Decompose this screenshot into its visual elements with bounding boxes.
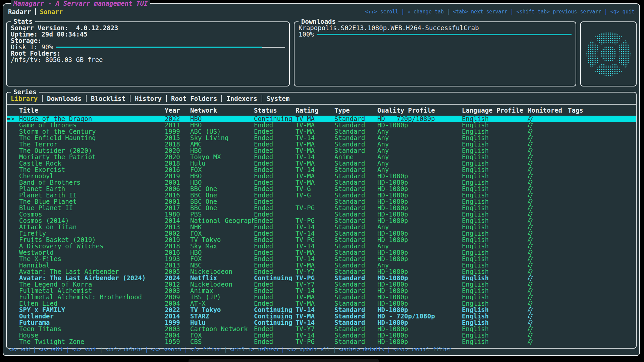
- table-row[interactable]: Fullmetal Alchemist2003AnimaxEndedTV-14S…: [7, 288, 636, 294]
- cell-title: Fruits Basket (2019): [19, 237, 165, 243]
- cell-rating: TV-14: [296, 256, 334, 262]
- cell-quality-profile: Any: [377, 167, 462, 173]
- cell-language-profile: English: [462, 116, 528, 122]
- cell-tags: [568, 275, 636, 281]
- table-row[interactable]: A Discovery of Witches2018Sky MaxEndedTV…: [7, 243, 636, 249]
- series-tab-root-folders[interactable]: Root Folders: [171, 95, 217, 102]
- header-quality-profile[interactable]: Quality Profile: [377, 107, 462, 114]
- cell-prefix: [7, 135, 19, 141]
- cell-rating: TV-PG: [296, 205, 334, 211]
- header-language-profile[interactable]: Language Profile: [462, 107, 528, 114]
- header-type[interactable]: Type: [334, 107, 377, 114]
- table-row[interactable]: Cosmos (2014)2014National GeographicEnde…: [7, 218, 636, 224]
- table-row[interactable]: Hannibal2013NBCEndedTV-MAStandardAnyEngl…: [7, 262, 636, 268]
- table-row[interactable]: Band of Brothers2001HBOEndedTV-MAStandar…: [7, 179, 636, 186]
- cell-status: Continuing: [254, 319, 296, 326]
- bookmark-icon: [528, 160, 534, 167]
- cell-monitored: [528, 141, 568, 147]
- series-tab-blocklist[interactable]: Blocklist: [91, 95, 125, 102]
- table-row[interactable]: Chernobyl2019HBOEndedTV-MAStandardHD-108…: [7, 173, 636, 179]
- cell-quality-profile: HD - 720p/1080p: [377, 116, 462, 122]
- table-row[interactable]: Storm of the Century1999ABC (US)EndedTV-…: [7, 128, 636, 135]
- cell-network: CBS: [190, 339, 254, 345]
- series-tab-indexers[interactable]: Indexers: [226, 95, 257, 102]
- cell-year: 2001: [165, 179, 190, 186]
- header-rating[interactable]: Rating: [296, 107, 334, 114]
- series-tab-library[interactable]: Library: [11, 95, 38, 102]
- cell-monitored: [528, 237, 568, 243]
- table-row[interactable]: Westworld2016HBOEndedTV-MAStandardHD-108…: [7, 249, 636, 256]
- table-row[interactable]: Game of Thrones2011HBOEndedTV-MAStandard…: [7, 122, 636, 128]
- cell-language-profile: English: [462, 332, 528, 339]
- header-status[interactable]: Status: [254, 107, 296, 114]
- cell-status: Ended: [254, 122, 296, 128]
- cell-monitored: [528, 192, 568, 198]
- table-row[interactable]: Avatar: The Last Airbender (2024)2024Net…: [7, 275, 636, 281]
- cell-language-profile: English: [462, 237, 528, 243]
- header-monitored[interactable]: Monitored: [528, 107, 568, 114]
- table-row[interactable]: The Exorcist2016FOXEndedTV-14StandardAny…: [7, 167, 636, 173]
- cell-network: Tokyo MX: [190, 154, 254, 160]
- table-row[interactable]: Planet Earth II2016BBC OneEndedTV-GStand…: [7, 192, 636, 198]
- cell-type: Standard: [334, 224, 377, 230]
- table-row[interactable]: Fruits Basket (2019)2019TV TokyoEndedTV-…: [7, 237, 636, 243]
- table-row[interactable]: =>House of the Dragon2022HBOContinuingTV…: [7, 116, 636, 122]
- table-row[interactable]: Moriarty the Patriot2020Tokyo MXEndedTV-…: [7, 154, 636, 160]
- table-row[interactable]: Elfen Lied2004AT-XEndedTV-MAStandardHD-1…: [7, 300, 636, 307]
- cell-type: Standard: [334, 300, 377, 307]
- bookmark-icon: [528, 192, 534, 198]
- table-row[interactable]: The Terror2018AMCEndedTV-MAStandardAnyEn…: [7, 141, 636, 147]
- cell-year: 2018: [165, 141, 190, 147]
- table-row[interactable]: Futurama1999HuluContinuingTV-14StandardH…: [7, 319, 636, 326]
- cell-status: Ended: [254, 256, 296, 262]
- table-row[interactable]: Castle Rock2018HuluEndedTV-MAStandardAny…: [7, 160, 636, 167]
- servarr-tab-sonarr[interactable]: Sonarr: [40, 8, 63, 15]
- table-row[interactable]: The X-Files1993FOXEndedTV-14StandardHD-1…: [7, 256, 636, 262]
- series-tab-downloads[interactable]: Downloads: [47, 95, 82, 102]
- header-year[interactable]: Year: [165, 107, 190, 114]
- table-row[interactable]: Blue Planet II2017BBC OneEndedTV-PGStand…: [7, 205, 636, 211]
- cell-tags: [568, 319, 636, 326]
- servarr-tab-radarr[interactable]: Radarr: [8, 8, 31, 15]
- table-row[interactable]: House2004FOXEndedTV-14StandardHD-1080pEn…: [7, 332, 636, 339]
- table-row[interactable]: Attack on Titan2013NHKEndedTV-14Standard…: [7, 224, 636, 230]
- table-row[interactable]: The Outsider (2020)2020HBOEndedTV-MAStan…: [7, 147, 636, 154]
- table-row[interactable]: Fullmetal Alchemist: Brotherhood2009TBS …: [7, 294, 636, 300]
- series-tab-system[interactable]: System: [267, 95, 290, 102]
- table-row[interactable]: Teen Titans2003Cartoon NetworkEndedTV-Y7…: [7, 326, 636, 332]
- table-row[interactable]: Outlander2014STARZContinuingTV-MAStandar…: [7, 313, 636, 319]
- cell-rating: TV-14: [296, 135, 334, 141]
- table-row[interactable]: Firefly2002FOXEndedTV-14StandardHD-1080p…: [7, 230, 636, 237]
- managarr-logo: [583, 29, 634, 79]
- table-row[interactable]: Planet Earth2006BBC OneEndedTV-GStandard…: [7, 186, 636, 192]
- cell-rating: TV-MA: [296, 122, 334, 128]
- cell-language-profile: English: [462, 275, 528, 281]
- cell-quality-profile: HD-1080p: [377, 179, 462, 186]
- cell-monitored: [528, 319, 568, 326]
- table-row[interactable]: Cosmos1980PBSEndedStandardHD-1080pEnglis…: [7, 211, 636, 218]
- cell-status: Ended: [254, 332, 296, 339]
- table-row[interactable]: The Blue Planet2001BBC OneEndedStandardH…: [7, 198, 636, 205]
- bookmark-icon: [528, 167, 534, 173]
- header-tags[interactable]: Tags: [568, 107, 636, 114]
- bookmark-icon: [528, 186, 534, 192]
- table-row[interactable]: The Twilight Zone1959CBSEndedTV-PGStanda…: [7, 339, 636, 345]
- bookmark-icon: [528, 249, 534, 256]
- table-row[interactable]: The Enfield Haunting2015Sky LivingEndedT…: [7, 135, 636, 141]
- cell-language-profile: English: [462, 179, 528, 186]
- table-row[interactable]: SPY x FAMILY2022TV TokyoContinuingTV-14S…: [7, 307, 636, 313]
- disk-usage-gauge: [56, 44, 285, 50]
- bookmark-icon: [528, 147, 534, 154]
- cell-network: Sky Max: [190, 243, 254, 249]
- header-network[interactable]: Network: [190, 107, 254, 114]
- header-title[interactable]: Title: [19, 107, 165, 114]
- cell-quality-profile: Any: [377, 224, 462, 230]
- stats-panel: Stats Sonarr Version: 4.0.12.2823 Uptime…: [6, 21, 290, 86]
- table-row[interactable]: The Legend of Korra2012NickelodeonEndedT…: [7, 281, 636, 288]
- bookmark-icon: [528, 173, 534, 179]
- cell-network: FOX: [190, 256, 254, 262]
- table-row[interactable]: Avatar: The Last Airbender2005Nickelodeo…: [7, 268, 636, 275]
- cell-prefix: [7, 281, 19, 288]
- series-tab-history[interactable]: History: [135, 95, 162, 102]
- cell-rating: TV-Y7: [296, 326, 334, 332]
